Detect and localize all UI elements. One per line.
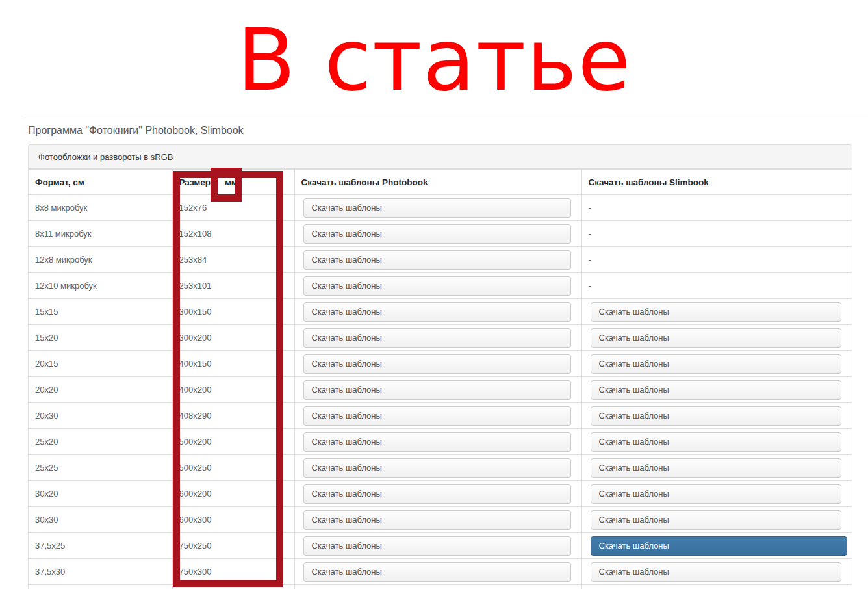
- table-row: 30x30600x300Скачать шаблоныСкачать шабло…: [29, 507, 852, 533]
- format-cell: 8x8 микробук: [29, 195, 172, 221]
- no-template-dash: -: [589, 281, 591, 291]
- download-photobook-button[interactable]: Скачать шаблоны: [303, 224, 571, 244]
- download-slimbook-button[interactable]: Скачать шаблоны: [591, 328, 842, 348]
- size-cell: 408x290: [172, 403, 294, 429]
- table-row: 25x25500x250Скачать шаблоныСкачать шабло…: [29, 455, 852, 481]
- size-cell: 500x200: [172, 429, 294, 455]
- slimbook-cell: Скачать шаблоны: [581, 533, 852, 559]
- slimbook-cell: Скачать шаблоны: [581, 507, 852, 533]
- empty-cell: [294, 585, 581, 589]
- download-photobook-button[interactable]: Скачать шаблоны: [303, 302, 571, 322]
- format-cell: 20x15: [29, 351, 172, 377]
- panel-header: Фотообложки и развороты в sRGB: [29, 145, 852, 169]
- download-slimbook-button[interactable]: Скачать шаблоны: [591, 432, 842, 452]
- size-cell: 253x84: [172, 247, 294, 273]
- templates-panel: Фотообложки и развороты в sRGB Формат, с…: [28, 144, 852, 589]
- sizes-table: Формат, см Размер,мм Скачать шаблоны Pho…: [29, 169, 852, 589]
- column-header-size: Размер,мм: [172, 170, 294, 195]
- photobook-cell: Скачать шаблоны: [294, 247, 581, 273]
- slimbook-cell: Скачать шаблоны: [581, 559, 852, 585]
- download-slimbook-button[interactable]: Скачать шаблоны: [591, 484, 842, 504]
- download-slimbook-button[interactable]: Скачать шаблоны: [591, 510, 842, 530]
- photobook-cell: Скачать шаблоны: [294, 325, 581, 351]
- download-photobook-button[interactable]: Скачать шаблоны: [303, 198, 571, 218]
- empty-cell: [29, 585, 172, 589]
- no-template-dash: -: [589, 229, 591, 239]
- table-row: 15x20300x200Скачать шаблоныСкачать шабло…: [29, 325, 852, 351]
- table-row: 12x8 микробук253x84Скачать шаблоны-: [29, 247, 852, 273]
- format-cell: 30x20: [29, 481, 172, 507]
- download-slimbook-primary-button[interactable]: Скачать шаблоны: [591, 536, 848, 556]
- download-photobook-button[interactable]: Скачать шаблоны: [303, 536, 571, 556]
- size-cell: 300x150: [172, 299, 294, 325]
- format-cell: 37,5x25: [29, 533, 172, 559]
- size-cell: 300x200: [172, 325, 294, 351]
- table-header-row: Формат, см Размер,мм Скачать шаблоны Pho…: [29, 170, 852, 195]
- format-cell: 25x25: [29, 455, 172, 481]
- table-row-partial: [29, 585, 852, 589]
- download-photobook-button[interactable]: Скачать шаблоны: [303, 406, 571, 426]
- horizontal-divider: [23, 116, 868, 116]
- download-photobook-button[interactable]: Скачать шаблоны: [303, 458, 571, 478]
- slimbook-cell: Скачать шаблоны: [581, 481, 852, 507]
- table-row: 37,5x25750x250Скачать шаблоныСкачать шаб…: [29, 533, 852, 559]
- table-row: 8x8 микробук152x76Скачать шаблоны-: [29, 195, 852, 221]
- format-cell: 25x20: [29, 429, 172, 455]
- size-cell: 600x200: [172, 481, 294, 507]
- download-photobook-button[interactable]: Скачать шаблоны: [303, 354, 571, 374]
- no-template-dash: -: [589, 203, 591, 213]
- empty-cell: [581, 585, 852, 589]
- photobook-cell: Скачать шаблоны: [294, 377, 581, 403]
- size-header-prefix: Размер,: [179, 177, 213, 187]
- slimbook-cell: Скачать шаблоны: [581, 403, 852, 429]
- photobook-cell: Скачать шаблоны: [294, 221, 581, 247]
- download-slimbook-button[interactable]: Скачать шаблоны: [591, 562, 842, 582]
- format-cell: 12x8 микробук: [29, 247, 172, 273]
- slimbook-cell: Скачать шаблоны: [581, 325, 852, 351]
- download-photobook-button[interactable]: Скачать шаблоны: [303, 510, 571, 530]
- slimbook-cell: -: [581, 273, 852, 299]
- download-photobook-button[interactable]: Скачать шаблоны: [303, 328, 571, 348]
- photobook-cell: Скачать шаблоны: [294, 195, 581, 221]
- format-cell: 15x15: [29, 299, 172, 325]
- size-cell: 253x101: [172, 273, 294, 299]
- table-row: 20x15400x150Скачать шаблоныСкачать шабло…: [29, 351, 852, 377]
- download-slimbook-button[interactable]: Скачать шаблоны: [591, 380, 842, 400]
- download-slimbook-button[interactable]: Скачать шаблоны: [591, 302, 842, 322]
- table-row: 20x20400x200Скачать шаблоныСкачать шабло…: [29, 377, 852, 403]
- size-cell: 152x76: [172, 195, 294, 221]
- size-cell: 152x108: [172, 221, 294, 247]
- format-cell: 12x10 микробук: [29, 273, 172, 299]
- size-cell: 750x250: [172, 533, 294, 559]
- download-photobook-button[interactable]: Скачать шаблоны: [303, 380, 571, 400]
- download-photobook-button[interactable]: Скачать шаблоны: [303, 562, 571, 582]
- download-photobook-button[interactable]: Скачать шаблоны: [303, 276, 571, 296]
- download-slimbook-button[interactable]: Скачать шаблоны: [591, 354, 842, 374]
- download-photobook-button[interactable]: Скачать шаблоны: [303, 250, 571, 270]
- page-title: Программа "Фотокниги" Photobook, Slimboo…: [28, 125, 244, 137]
- slimbook-cell: Скачать шаблоны: [581, 429, 852, 455]
- table-row: 15x15300x150Скачать шаблоныСкачать шабло…: [29, 299, 852, 325]
- table-row: 30x20600x200Скачать шаблоныСкачать шабло…: [29, 481, 852, 507]
- download-photobook-button[interactable]: Скачать шаблоны: [303, 484, 571, 504]
- download-photobook-button[interactable]: Скачать шаблоны: [303, 432, 571, 452]
- photobook-cell: Скачать шаблоны: [294, 273, 581, 299]
- column-header-format: Формат, см: [29, 170, 172, 195]
- slimbook-cell: -: [581, 247, 852, 273]
- size-cell: 400x200: [172, 377, 294, 403]
- table-row: 8x11 микробук152x108Скачать шаблоны-: [29, 221, 852, 247]
- format-cell: 15x20: [29, 325, 172, 351]
- slimbook-cell: Скачать шаблоны: [581, 351, 852, 377]
- photobook-cell: Скачать шаблоны: [294, 351, 581, 377]
- download-slimbook-button[interactable]: Скачать шаблоны: [591, 458, 842, 478]
- no-template-dash: -: [589, 255, 591, 265]
- slimbook-cell: -: [581, 195, 852, 221]
- photobook-cell: Скачать шаблоны: [294, 403, 581, 429]
- format-cell: 20x20: [29, 377, 172, 403]
- photobook-cell: Скачать шаблоны: [294, 507, 581, 533]
- download-slimbook-button[interactable]: Скачать шаблоны: [591, 406, 842, 426]
- format-cell: 37,5x30: [29, 559, 172, 585]
- photobook-cell: Скачать шаблоны: [294, 429, 581, 455]
- format-cell: 8x11 микробук: [29, 221, 172, 247]
- slimbook-cell: Скачать шаблоны: [581, 377, 852, 403]
